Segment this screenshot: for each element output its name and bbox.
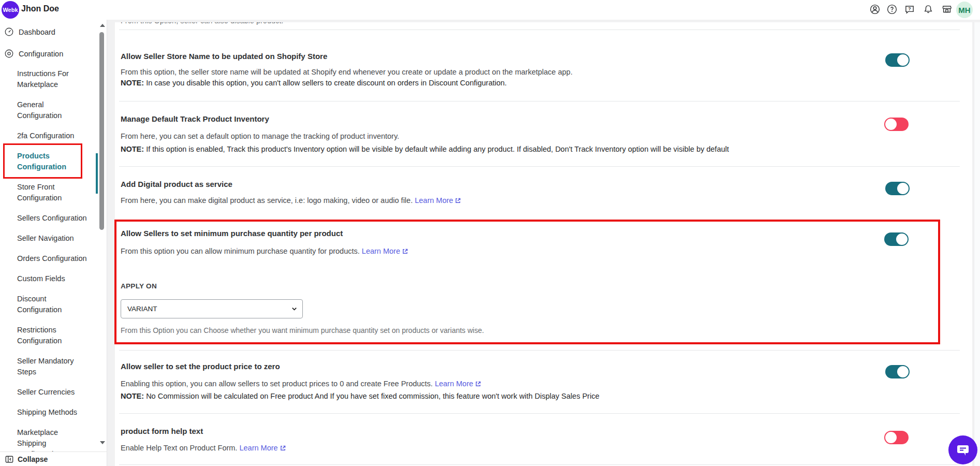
- configuration-icon: [4, 49, 14, 59]
- external-link-icon: [475, 381, 481, 387]
- sidebar-scroll-down-arrow[interactable]: [100, 441, 105, 444]
- sidebar-item-custom-fields[interactable]: Custom Fields: [17, 269, 95, 289]
- apply-on-select-wrap: VARIANT: [121, 299, 303, 318]
- toggle-knob: [884, 118, 898, 131]
- sidebar-item-orders-configuration[interactable]: Orders Configuration: [17, 249, 95, 269]
- sidebar-item-seller-mandatory-steps[interactable]: Seller Mandatory Steps: [17, 352, 95, 383]
- setting-description: From this option, the seller store name …: [121, 68, 573, 76]
- learn-more-link[interactable]: Learn More: [239, 444, 285, 452]
- setting-description: Enabling this option, you can allow sell…: [121, 380, 481, 388]
- app-window: From this Option, seller can also disabl…: [0, 0, 980, 466]
- toggle-knob: [896, 182, 910, 195]
- sidebar-item-products-configuration[interactable]: Products Configuration: [17, 147, 95, 178]
- sidebar-item-seller-currencies[interactable]: Seller Currencies: [17, 383, 95, 403]
- sidebar-item-label: Dashboard: [19, 28, 55, 36]
- toggle-knob: [896, 53, 910, 67]
- divider: [119, 413, 960, 414]
- divider: [119, 101, 960, 101]
- collapse-button[interactable]: Collapse: [0, 452, 107, 466]
- svg-text:?: ?: [908, 6, 911, 11]
- external-link-icon: [455, 198, 461, 203]
- webkul-logo[interactable]: Webk: [2, 1, 19, 19]
- toggle-price-zero[interactable]: [885, 365, 909, 378]
- setting-note: NOTE: In case you disable this option, y…: [121, 79, 507, 87]
- setting-title: Allow Sellers to set minimum purchase qu…: [121, 229, 343, 238]
- toggle-knob: [896, 365, 910, 378]
- learn-more-link[interactable]: Learn More: [415, 196, 461, 205]
- divider: [119, 464, 960, 465]
- sidebar-item-shipping-methods[interactable]: Shipping Methods: [17, 403, 95, 423]
- active-item-indicator: [96, 153, 98, 194]
- setting-title: product form help text: [121, 427, 203, 435]
- notifications-bell-icon[interactable]: [923, 4, 934, 15]
- setting-description: From here, you can make digital product …: [121, 196, 461, 205]
- divider: [119, 166, 960, 167]
- setting-description: From here, you can set a default option …: [121, 132, 399, 140]
- content-gap: [107, 20, 980, 22]
- help-icon[interactable]: [886, 4, 898, 15]
- learn-more-link[interactable]: Learn More: [435, 380, 481, 388]
- setting-description: From this option you can allow minimum p…: [121, 247, 408, 255]
- toggle-min-purchase-qty[interactable]: [884, 232, 908, 246]
- sidebar-item-discount-configuration[interactable]: Discount Configuration: [17, 289, 95, 321]
- sidebar-item-seller-navigation[interactable]: Seller Navigation: [17, 229, 95, 249]
- account-icon[interactable]: [869, 4, 881, 15]
- external-link-icon: [402, 249, 408, 254]
- chat-widget-button[interactable]: [948, 435, 977, 464]
- divider: [119, 30, 960, 30]
- setting-note: NOTE: If this option is enabled, Track t…: [121, 145, 729, 153]
- setting-title: Allow Seller Store Name to be updated on…: [121, 52, 327, 61]
- support-chat-icon[interactable]: ?: [904, 4, 915, 15]
- sidebar-item-general-configuration[interactable]: General Configuration: [17, 95, 95, 126]
- chat-bubble-icon: [955, 442, 971, 458]
- toggle-knob: [884, 431, 898, 444]
- sidebar-config-list: Instructions For Marketplace General Con…: [17, 64, 95, 465]
- note-prefix: NOTE:: [121, 392, 144, 400]
- setting-note: NOTE: No Commission will be calculated o…: [121, 392, 599, 400]
- toggle-product-form-help[interactable]: [885, 431, 909, 444]
- apply-on-select[interactable]: VARIANT: [121, 299, 303, 318]
- sidebar: Dashboard Configuration Instructions For…: [0, 20, 107, 466]
- note-prefix: NOTE:: [121, 79, 144, 87]
- collapse-panel-icon: [5, 455, 13, 463]
- collapse-label: Collapse: [18, 455, 48, 463]
- note-prefix: NOTE:: [121, 145, 144, 153]
- toggle-knob: [895, 232, 909, 246]
- user-name: Jhon Doe: [21, 4, 59, 13]
- toggle-track-inventory[interactable]: [885, 118, 909, 131]
- sidebar-item-sellers-configuration[interactable]: Sellers Configuration: [17, 209, 95, 229]
- toggle-digital-product[interactable]: [885, 182, 909, 195]
- sidebar-item-restrictions-configuration[interactable]: Restrictions Configuration: [17, 321, 95, 352]
- setting-description: Enable Help Text on Product Form. Learn …: [121, 444, 286, 452]
- sidebar-item-label: Configuration: [19, 50, 63, 58]
- sidebar-item-configuration[interactable]: Configuration: [4, 49, 63, 59]
- user-avatar[interactable]: MH: [956, 2, 973, 18]
- external-link-icon: [280, 445, 286, 451]
- sidebar-scroll-up-arrow[interactable]: [100, 24, 105, 27]
- sidebar-item-2fa-configuration[interactable]: 2fa Configuration: [17, 126, 95, 147]
- divider: [119, 350, 960, 351]
- learn-more-link[interactable]: Learn More: [362, 247, 408, 255]
- setting-title: Add Digital product as service: [121, 180, 232, 188]
- sidebar-item-store-front-configuration[interactable]: Store Front Configuration: [17, 178, 95, 209]
- topbar: Webk Jhon Doe ? MH: [0, 0, 980, 20]
- apply-on-help-text: From this Option you can Choose whether …: [121, 326, 484, 334]
- dashboard-gauge-icon: [4, 27, 14, 37]
- apply-on-label: APPLY ON: [121, 282, 157, 290]
- sidebar-scrollbar-thumb[interactable]: [99, 32, 104, 230]
- sidebar-item-dashboard[interactable]: Dashboard: [4, 27, 55, 37]
- toggle-store-name-update[interactable]: [885, 53, 909, 67]
- main-scrollbar[interactable]: [974, 20, 980, 466]
- setting-title: Manage Default Track Product Inventory: [121, 114, 269, 123]
- settings-panel: Allow Seller Store Name to be updated on…: [115, 22, 972, 466]
- sidebar-item-instructions-for-marketplace[interactable]: Instructions For Marketplace: [17, 64, 95, 95]
- setting-title: Allow seller to set the product price to…: [121, 362, 280, 371]
- storefront-icon[interactable]: [941, 4, 953, 15]
